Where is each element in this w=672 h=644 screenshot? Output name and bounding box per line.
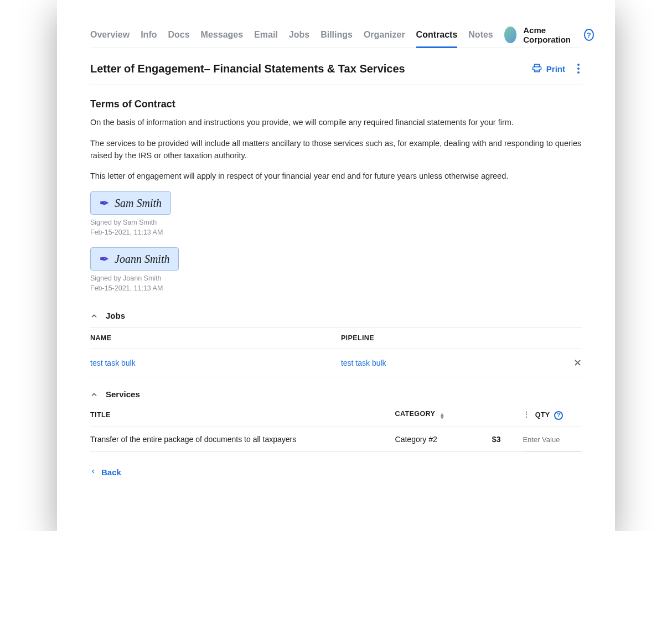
terms-heading: Terms of Contract xyxy=(90,98,582,110)
signed-by-text: Signed by Joann Smith xyxy=(90,274,582,284)
signature-name: Sam Smith xyxy=(115,197,162,210)
jobs-section-label: Jobs xyxy=(106,311,125,320)
job-pipeline-link[interactable]: test task bulk xyxy=(341,359,386,367)
document-title: Letter of Engagement– Financial Statemen… xyxy=(90,63,405,75)
tab-jobs[interactable]: Jobs xyxy=(289,22,309,48)
signed-timestamp: Feb-15-2021, 11:13 AM xyxy=(90,284,582,294)
jobs-col-pipeline: PIPELINE xyxy=(341,328,560,349)
signature-block: ✒︎ Joann Smith Signed by Joann Smith Feb… xyxy=(90,247,582,293)
qty-input[interactable] xyxy=(523,435,572,444)
tab-docs[interactable]: Docs xyxy=(168,22,189,48)
tab-contracts[interactable]: Contracts xyxy=(416,22,458,48)
tabs-bar: Overview Info Docs Messages Email Jobs B… xyxy=(90,22,582,48)
signed-by-text: Signed by Sam Smith xyxy=(90,218,582,228)
tab-organizer[interactable]: Organizer xyxy=(364,22,405,48)
terms-paragraph: The services to be provided will include… xyxy=(90,138,582,162)
table-row: Transfer of the entire package of docume… xyxy=(90,427,582,451)
more-menu-button[interactable] xyxy=(575,61,582,76)
service-price: $3 xyxy=(483,427,523,451)
services-table: TITLE CATEGORY ▲▼ ⋮ QTY ? Transfer of th… xyxy=(90,403,582,452)
drag-handle-icon[interactable]: ⋮ xyxy=(523,410,530,419)
signed-timestamp: Feb-15-2021, 11:13 AM xyxy=(90,228,582,238)
signature-block: ✒︎ Sam Smith Signed by Sam Smith Feb-15-… xyxy=(90,191,582,237)
close-icon[interactable]: ✕ xyxy=(573,357,582,368)
jobs-section-toggle[interactable]: Jobs xyxy=(90,303,582,328)
tab-info[interactable]: Info xyxy=(141,22,157,48)
help-icon[interactable]: ? xyxy=(554,411,563,420)
services-col-qty: QTY xyxy=(535,411,550,419)
company-name: Acme Corporation xyxy=(523,25,577,44)
help-icon[interactable]: ? xyxy=(584,29,593,41)
sort-icon[interactable]: ▲▼ xyxy=(440,413,445,419)
avatar[interactable] xyxy=(504,27,516,43)
signature-mark-icon: ✒︎ xyxy=(100,252,109,266)
signature-name: Joann Smith xyxy=(115,253,169,266)
service-title: Transfer of the entire package of docume… xyxy=(90,427,395,451)
tab-billings[interactable]: Billings xyxy=(321,22,353,48)
jobs-col-name: NAME xyxy=(90,328,341,349)
terms-paragraph: On the basis of information and instruct… xyxy=(90,117,582,129)
chevron-left-icon xyxy=(90,468,96,477)
signature-box: ✒︎ Joann Smith xyxy=(90,247,179,271)
chevron-up-icon xyxy=(90,312,98,320)
print-icon xyxy=(532,63,542,75)
services-section-toggle[interactable]: Services xyxy=(90,382,582,403)
tab-notes[interactable]: Notes xyxy=(468,22,493,48)
jobs-table: NAME PIPELINE test task bulk test task b… xyxy=(90,328,582,377)
back-label: Back xyxy=(101,468,121,477)
signature-mark-icon: ✒︎ xyxy=(100,196,109,210)
svg-rect-0 xyxy=(534,64,539,67)
job-name-link[interactable]: test task bulk xyxy=(90,359,136,367)
services-section-label: Services xyxy=(106,389,140,399)
tab-email[interactable]: Email xyxy=(254,22,278,48)
services-col-title: TITLE xyxy=(90,403,395,427)
terms-paragraph: This letter of engagement will apply in … xyxy=(90,170,582,183)
table-row: test task bulk test task bulk ✕ xyxy=(90,349,582,377)
back-button[interactable]: Back xyxy=(90,468,121,477)
print-button[interactable]: Print xyxy=(532,63,565,75)
tab-messages[interactable]: Messages xyxy=(201,22,244,48)
services-col-category[interactable]: CATEGORY xyxy=(395,410,435,418)
print-label: Print xyxy=(546,64,565,74)
service-category: Category #2 xyxy=(395,427,484,451)
signature-box: ✒︎ Sam Smith xyxy=(90,191,171,215)
chevron-up-icon xyxy=(90,391,98,398)
tab-overview[interactable]: Overview xyxy=(90,22,130,48)
